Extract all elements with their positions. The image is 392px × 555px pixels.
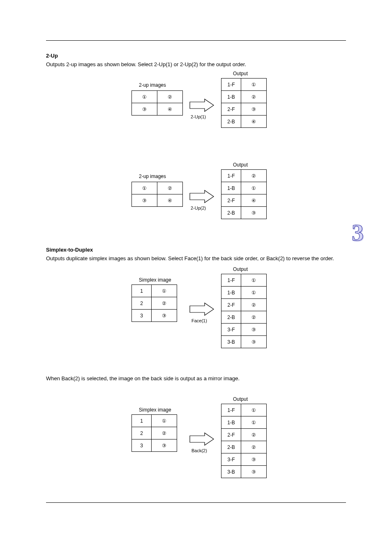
cell: ①	[241, 274, 267, 287]
cell: 1-B	[221, 416, 241, 429]
section1-left-caption: 2-up images	[139, 82, 166, 88]
section1-right-caption: Output	[233, 71, 248, 76]
section1-right-table: 1-F① 1-B② 2-F③ 2-B④	[221, 78, 267, 128]
cell: 1-B	[221, 182, 241, 194]
cell: ①	[241, 287, 267, 299]
cell: ④	[241, 194, 267, 207]
svg-marker-2	[190, 303, 214, 315]
cell: ①	[152, 415, 177, 427]
arrow-icon	[189, 189, 215, 204]
svg-marker-0	[190, 99, 214, 111]
cell: ①	[132, 91, 157, 103]
cell: 1-B	[221, 287, 241, 299]
cell: ②	[241, 91, 267, 103]
cell: ③	[152, 310, 177, 322]
cell: 1	[132, 415, 152, 427]
cell: 2-F	[221, 299, 241, 311]
section3-arrow-label: Face(1)	[191, 318, 207, 323]
cell: 2	[132, 427, 152, 439]
cell: ②	[157, 91, 183, 103]
cell: 3-B	[221, 336, 241, 348]
cell: 2-B	[221, 116, 241, 128]
cell: ②	[241, 429, 267, 441]
cell: 2	[132, 297, 152, 310]
arrow-icon	[189, 302, 215, 317]
cell: 2-B	[221, 441, 241, 453]
cell: ②	[241, 441, 267, 453]
cell: ④	[241, 116, 267, 128]
cell: 2-F	[221, 103, 241, 116]
section2-left-table: ①② ③④	[131, 182, 183, 207]
cell: ③	[132, 194, 157, 207]
section-title-simplex: Simplex-to-Duplex	[46, 247, 93, 253]
cell: ③	[241, 324, 267, 336]
page-footer-rule	[46, 502, 346, 503]
section1-body: Outputs 2-up images as shown below. Sele…	[46, 61, 339, 68]
cell: ②	[152, 427, 177, 439]
cell: 1-F	[221, 274, 241, 287]
cell: ③	[241, 466, 267, 478]
section3-body: Outputs duplicate simplex images as show…	[46, 255, 339, 262]
cell: ③	[241, 453, 267, 466]
section2-arrow-label: 2-Up(2)	[191, 206, 206, 210]
cell: ④	[157, 103, 183, 116]
section2-right-caption: Output	[233, 162, 248, 168]
cell: ③	[132, 103, 157, 116]
page-header-rule	[46, 40, 346, 41]
section1-arrow-label: 2-Up(1)	[191, 114, 206, 119]
arrow-icon	[189, 98, 215, 113]
cell: 1-F	[221, 404, 241, 416]
section3-right-caption: Output	[233, 266, 248, 272]
section4-arrow-label: Back(2)	[191, 448, 207, 453]
cell: ①	[241, 182, 267, 194]
cell: ④	[157, 194, 183, 207]
cell: 3	[132, 439, 152, 452]
section2-left-caption: 2-up images	[139, 173, 166, 179]
section4-right-table: 1-F① 1-B① 2-F② 2-B② 3-F③ 3-B③	[221, 404, 267, 478]
chapter-badge: 3	[352, 219, 364, 246]
cell: ②	[241, 170, 267, 182]
cell: 2-B	[221, 207, 241, 219]
section3-right-table: 1-F① 1-B① 2-F② 2-B② 3-F③ 3-B③	[221, 274, 267, 348]
cell: ③	[152, 439, 177, 452]
section4-left-caption: Simplex image	[139, 407, 171, 413]
cell: 2-B	[221, 311, 241, 324]
section3-left-table: 1① 2② 3③	[131, 284, 177, 322]
section4-right-caption: Output	[233, 396, 248, 402]
cell: 2-F	[221, 429, 241, 441]
section2-right-table: 1-F② 1-B① 2-F④ 2-B③	[221, 169, 267, 219]
cell: ①	[241, 416, 267, 429]
cell: ②	[157, 182, 183, 194]
section1-left-table: ①② ③④	[131, 90, 183, 116]
cell: ①	[152, 285, 177, 297]
cell: 3-F	[221, 453, 241, 466]
cell: 1-B	[221, 91, 241, 103]
cell: ①	[132, 182, 157, 194]
cell: 1-F	[221, 170, 241, 182]
cell: ③	[241, 103, 267, 116]
cell: 1	[132, 285, 152, 297]
cell: ①	[241, 404, 267, 416]
section4-left-table: 1① 2② 3③	[131, 414, 177, 452]
section-title-2up: 2-Up	[46, 53, 58, 59]
cell: 3-B	[221, 466, 241, 478]
cell: 2-F	[221, 194, 241, 207]
cell: ②	[152, 297, 177, 310]
section4-body: When Back(2) is selected, the image on t…	[46, 375, 339, 382]
svg-marker-3	[190, 433, 214, 445]
cell: 1-F	[221, 79, 241, 91]
cell: 3-F	[221, 324, 241, 336]
cell: ②	[241, 299, 267, 311]
section3-left-caption: Simplex image	[139, 277, 171, 283]
svg-marker-1	[190, 190, 214, 203]
cell: ①	[241, 79, 267, 91]
cell: ②	[241, 311, 267, 324]
cell: 3	[132, 310, 152, 322]
cell: ③	[241, 336, 267, 348]
cell: ③	[241, 207, 267, 219]
arrow-icon	[189, 432, 215, 446]
